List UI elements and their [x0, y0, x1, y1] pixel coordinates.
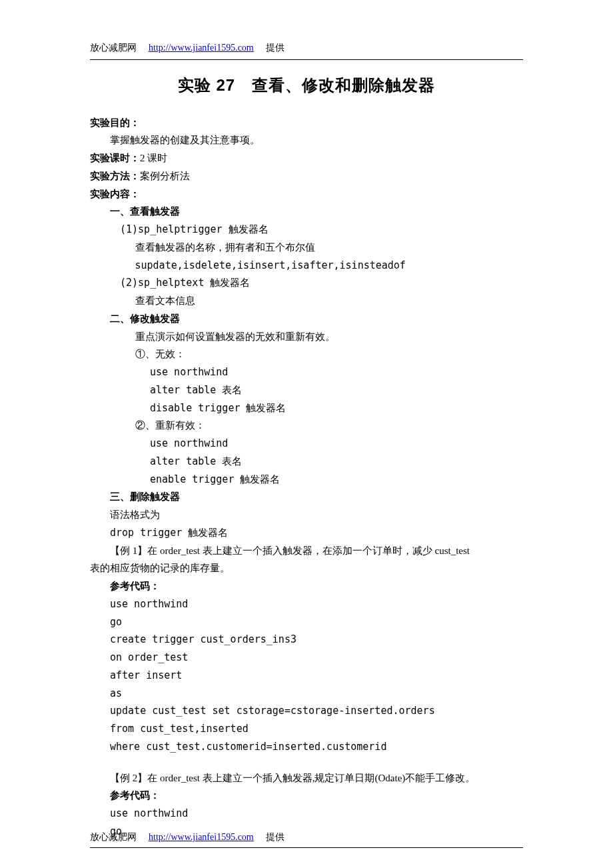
ex1-c5: after insert	[90, 667, 523, 684]
method-text: 案例分析法	[140, 171, 190, 181]
ex1-c9: where cust_test.customerid=inserted.cust…	[90, 739, 523, 755]
part3-l1: 语法格式为	[90, 507, 523, 523]
method-row: 实验方法：案例分析法	[90, 168, 523, 185]
footer-site-name: 放心减肥网	[90, 829, 137, 845]
purpose-row: 实验目的：	[90, 115, 523, 131]
part2-a-l1: use northwind	[90, 364, 523, 381]
ex1-title-l1: 【例 1】在 order_test 表上建立一个插入触发器，在添加一个订单时，减…	[90, 543, 523, 559]
method-label: 实验方法：	[90, 170, 140, 181]
content-row: 实验内容：	[90, 186, 523, 203]
part2-a-l3: disable trigger 触发器名	[90, 400, 523, 417]
part2-b-l2: alter table 表名	[90, 453, 523, 470]
ex1-c6: as	[90, 685, 523, 702]
ex1-title-l2: 表的相应货物的记录的库存量。	[90, 560, 523, 577]
header-rule	[90, 59, 523, 60]
part2-a-l2: alter table 表名	[90, 382, 523, 399]
document-page: 放心减肥网 http://www.jianfei1595.com 提供 实验 2…	[0, 0, 613, 868]
header-site-name: 放心减肥网	[90, 40, 137, 55]
ex2-c1: use northwind	[90, 805, 523, 822]
document-title: 实验 27 查看、修改和删除触发器	[90, 72, 523, 99]
part2-a-label: ①、无效：	[90, 346, 523, 363]
hours-label: 实验课时：	[90, 152, 140, 163]
header-site-link[interactable]: http://www.jianfei1595.com	[149, 40, 254, 55]
ex2-title: 【例 2】在 order_test 表上建立一个插入触发器,规定订单日期(Oda…	[90, 770, 523, 787]
ex1-c4: on order_test	[90, 649, 523, 666]
page-footer: 放心减肥网 http://www.jianfei1595.com 提供	[90, 829, 523, 848]
part3-l2: drop trigger 触发器名	[90, 525, 523, 541]
page-header: 放心减肥网 http://www.jianfei1595.com 提供	[90, 40, 523, 55]
part1-item2: (2)sp_helptext 触发器名	[90, 275, 523, 291]
part1-item1-l1: 查看触发器的名称，拥有者和五个布尔值	[90, 239, 523, 256]
ex1-ref-label: 参考代码：	[90, 578, 523, 595]
ex2-ref-label: 参考代码：	[90, 787, 523, 804]
footer-site-link[interactable]: http://www.jianfei1595.com	[149, 829, 254, 845]
footer-rule	[90, 847, 523, 848]
ex1-c7: update cust_test set cstorage=cstorage-i…	[90, 703, 523, 719]
content-label: 实验内容：	[90, 188, 140, 199]
part2-intro: 重点演示如何设置触发器的无效和重新有效。	[90, 329, 523, 345]
ex1-c3: create trigger cust_orders_ins3	[90, 631, 523, 648]
part3-heading: 三、删除触发器	[90, 489, 523, 505]
ex1-c8: from cust_test,inserted	[90, 721, 523, 737]
ex1-c1: use northwind	[90, 596, 523, 613]
spacer	[90, 757, 523, 769]
footer-provided: 提供	[266, 829, 285, 845]
part1-item1: (1)sp_helptrigger 触发器名	[90, 221, 523, 238]
part2-b-l3: enable trigger 触发器名	[90, 471, 523, 488]
purpose-label: 实验目的：	[90, 117, 140, 128]
ex1-c2: go	[90, 614, 523, 631]
hours-text: 2 课时	[140, 153, 167, 163]
part2-heading: 二、修改触发器	[90, 311, 523, 327]
part2-b-label: ②、重新有效：	[90, 417, 523, 434]
part1-item1-l2: supdate,isdelete,isinsert,isafter,isinst…	[90, 257, 523, 274]
purpose-text: 掌握触发器的创建及其注意事项。	[90, 132, 523, 149]
part1-item2-l1: 查看文本信息	[90, 293, 523, 309]
hours-row: 实验课时：2 课时	[90, 150, 523, 167]
part1-heading: 一、查看触发器	[90, 203, 523, 220]
part2-b-l1: use northwind	[90, 435, 523, 452]
header-provided: 提供	[266, 40, 285, 55]
